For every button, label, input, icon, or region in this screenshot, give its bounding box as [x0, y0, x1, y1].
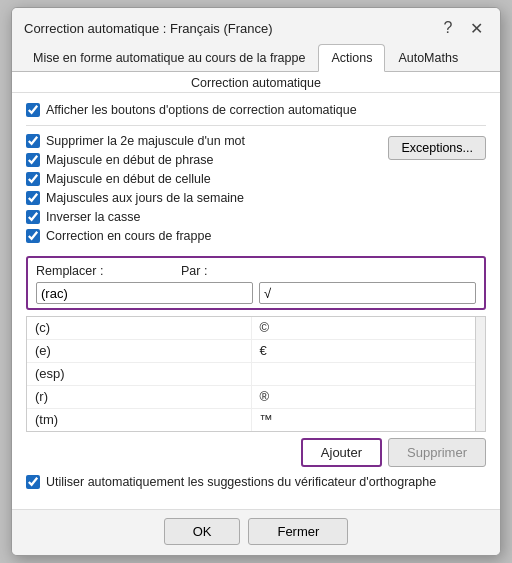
checkboxes-col: Supprimer la 2e majuscule d'un mot Majus…: [26, 134, 380, 248]
checkbox-label-2: Majuscule en début de phrase: [46, 153, 213, 167]
scrollbar[interactable]: [475, 317, 485, 431]
checkbox-row-5: Inverser la casse: [26, 210, 380, 224]
checkbox-row-3: Majuscule en début de cellule: [26, 172, 380, 186]
checkbox-3[interactable]: [26, 172, 40, 186]
table-row[interactable]: (e) €: [27, 340, 475, 363]
sub-tab-label: Correction automatique: [12, 72, 500, 93]
checkbox-label-4: Majuscules aux jours de la semaine: [46, 191, 244, 205]
checkbox-4[interactable]: [26, 191, 40, 205]
table-scroll[interactable]: (c) © (e) € (esp) (r) ® (tm) ™: [27, 317, 485, 431]
replace-table: (c) © (e) € (esp) (r) ® (tm) ™: [26, 316, 486, 432]
checkbox-label-0: Afficher les boutons d'options de correc…: [46, 103, 357, 117]
checkbox-6[interactable]: [26, 229, 40, 243]
exceptions-button[interactable]: Exceptions...: [388, 136, 486, 160]
cancel-button[interactable]: Fermer: [248, 518, 348, 545]
checkbox-label-1: Supprimer la 2e majuscule d'un mot: [46, 134, 245, 148]
by-input[interactable]: [259, 282, 476, 304]
checkbox-0[interactable]: [26, 103, 40, 117]
tabs-row: Mise en forme automatique au cours de la…: [12, 44, 500, 72]
table-cell-replace-3: (r): [27, 386, 252, 408]
bottom-checkbox-label: Utiliser automatiquement les suggestions…: [46, 475, 436, 489]
table-row[interactable]: (esp): [27, 363, 475, 386]
table-row[interactable]: (c) ©: [27, 317, 475, 340]
table-row[interactable]: (r) ®: [27, 386, 475, 409]
ok-button[interactable]: OK: [164, 518, 241, 545]
add-button[interactable]: Ajouter: [301, 438, 382, 467]
table-cell-by-2: [252, 363, 476, 385]
table-cell-replace-1: (e): [27, 340, 252, 362]
tab-mise-en-forme[interactable]: Mise en forme automatique au cours de la…: [20, 44, 318, 71]
tab-actions[interactable]: Actions: [318, 44, 385, 72]
replace-section: Remplacer : Par :: [26, 256, 486, 310]
dialog: Correction automatique : Français (Franc…: [11, 7, 501, 556]
checkbox-5[interactable]: [26, 210, 40, 224]
delete-button[interactable]: Supprimer: [388, 438, 486, 467]
footer: OK Fermer: [12, 509, 500, 555]
table-cell-by-0: ©: [252, 317, 476, 339]
dialog-title: Correction automatique : Français (Franc…: [24, 21, 273, 36]
checkbox-label-5: Inverser la casse: [46, 210, 140, 224]
replace-labels: Remplacer : Par :: [36, 264, 476, 278]
title-bar: Correction automatique : Français (Franc…: [12, 8, 500, 44]
checkbox-row-6: Correction en cours de frappe: [26, 229, 380, 243]
checkbox-row-1: Supprimer la 2e majuscule d'un mot: [26, 134, 380, 148]
bottom-checkbox[interactable]: [26, 475, 40, 489]
title-bar-buttons: ? ✕: [436, 16, 488, 40]
checkbox-row-4: Majuscules aux jours de la semaine: [26, 191, 380, 205]
by-label: Par :: [181, 264, 207, 278]
checkbox-row-0: Afficher les boutons d'options de correc…: [26, 103, 486, 117]
table-cell-replace-4: (tm): [27, 409, 252, 431]
checkboxes-exceptions-row: Supprimer la 2e majuscule d'un mot Majus…: [26, 134, 486, 248]
help-button[interactable]: ?: [436, 16, 460, 40]
table-row[interactable]: (tm) ™: [27, 409, 475, 431]
table-cell-by-1: €: [252, 340, 476, 362]
checkbox-row-2: Majuscule en début de phrase: [26, 153, 380, 167]
close-button[interactable]: ✕: [464, 16, 488, 40]
tab-automaths[interactable]: AutoMaths: [385, 44, 471, 71]
action-buttons-row: Ajouter Supprimer: [26, 438, 486, 467]
replace-input[interactable]: [36, 282, 253, 304]
content-area: Afficher les boutons d'options de correc…: [12, 93, 500, 509]
replace-label: Remplacer :: [36, 264, 181, 278]
table-cell-replace-2: (esp): [27, 363, 252, 385]
checkbox-2[interactable]: [26, 153, 40, 167]
checkbox-label-3: Majuscule en début de cellule: [46, 172, 211, 186]
table-cell-replace-0: (c): [27, 317, 252, 339]
checkbox-1[interactable]: [26, 134, 40, 148]
table-cell-by-3: ®: [252, 386, 476, 408]
checkbox-label-6: Correction en cours de frappe: [46, 229, 211, 243]
replace-inputs: [36, 282, 476, 304]
table-cell-by-4: ™: [252, 409, 476, 431]
bottom-checkbox-row: Utiliser automatiquement les suggestions…: [26, 475, 486, 489]
